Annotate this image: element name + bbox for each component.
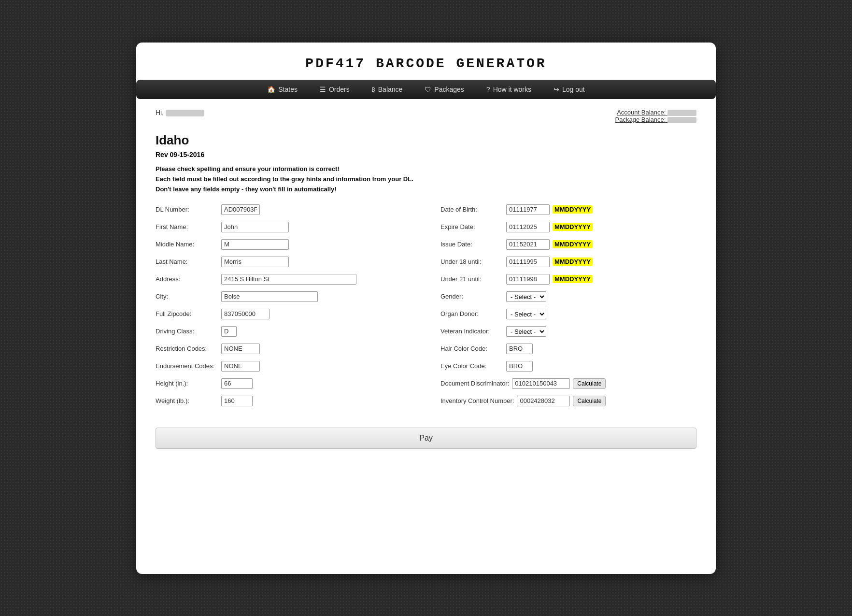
page-title: PDF417 BARCODE GENERATOR <box>136 43 716 80</box>
row-zipcode: Full Zipcode: <box>156 309 412 319</box>
nav-balance[interactable]: ₿ Balance <box>363 80 412 99</box>
row-restriction-codes: Restriction Codes: <box>156 344 412 354</box>
row-last-name: Last Name: <box>156 257 412 267</box>
header-row: Hi, Account Balance: Package Balance: <box>156 109 696 123</box>
nav-states[interactable]: 🏠 States <box>258 80 306 99</box>
input-hair-color[interactable] <box>506 344 533 354</box>
row-veteran: Veteran Indicator: - Select - Yes No <box>440 326 696 337</box>
nav-packages-label: Packages <box>434 86 464 93</box>
row-height: Height (in.): <box>156 378 412 389</box>
label-city: City: <box>156 293 218 300</box>
input-dl-number[interactable] <box>221 204 260 215</box>
nav-logout-label: Log out <box>562 86 585 93</box>
form-left: DL Number: First Name: Middle Name: Last… <box>156 204 412 413</box>
label-inventory-control: Inventory Control Number: <box>440 397 514 404</box>
home-icon: 🏠 <box>267 86 275 93</box>
label-expire-date: Expire Date: <box>440 223 503 230</box>
row-expire-date: Expire Date: MMDDYYYY <box>440 222 696 232</box>
nav-orders[interactable]: ☰ Orders <box>311 80 358 99</box>
format-expire: MMDDYYYY <box>553 223 593 231</box>
input-height[interactable] <box>221 378 253 389</box>
input-first-name[interactable] <box>221 222 289 232</box>
pay-btn-row: Pay <box>156 428 696 449</box>
package-balance-value <box>667 117 696 123</box>
account-balance-row: Account Balance: <box>615 109 696 116</box>
nav-packages[interactable]: 🛡 Packages <box>416 80 472 99</box>
row-under18: Under 18 until: MMDDYYYY <box>440 257 696 267</box>
label-dl-number: DL Number: <box>156 206 218 213</box>
input-city[interactable] <box>221 291 318 302</box>
row-endorsement-codes: Endorsement Codes: <box>156 361 412 372</box>
input-restriction-codes[interactable] <box>221 344 260 354</box>
label-address: Address: <box>156 275 218 283</box>
input-expire-date[interactable] <box>506 222 550 232</box>
label-issue-date: Issue Date: <box>440 241 503 248</box>
shield-icon: 🛡 <box>425 86 431 93</box>
input-endorsement-codes[interactable] <box>221 361 260 372</box>
input-under18[interactable] <box>506 257 550 267</box>
logout-icon: ↪ <box>554 86 559 93</box>
input-driving-class[interactable] <box>221 326 237 337</box>
pay-button[interactable]: Pay <box>156 428 696 449</box>
select-organ-donor[interactable]: - Select - Yes No <box>506 309 546 319</box>
label-gender: Gender: <box>440 293 503 300</box>
label-middle-name: Middle Name: <box>156 241 218 248</box>
nav-bar: 🏠 States ☰ Orders ₿ Balance 🛡 Packages ?… <box>136 80 716 99</box>
input-middle-name[interactable] <box>221 239 289 250</box>
question-icon: ? <box>486 86 490 93</box>
nav-balance-label: Balance <box>378 86 403 93</box>
nav-orders-label: Orders <box>329 86 350 93</box>
input-issue-date[interactable] <box>506 239 550 250</box>
row-hair-color: Hair Color Code: <box>440 344 696 354</box>
instruction-2: Each field must be filled out according … <box>156 175 696 183</box>
main-container: PDF417 BARCODE GENERATOR 🏠 States ☰ Orde… <box>136 43 716 574</box>
nav-logout[interactable]: ↪ Log out <box>545 80 594 99</box>
label-doc-discriminator: Document Discriminator: <box>440 380 509 387</box>
package-balance-label: Package Balance: <box>615 116 666 123</box>
instructions: Please check spelling and ensure your in… <box>156 165 696 193</box>
label-veteran: Veteran Indicator: <box>440 328 503 335</box>
row-weight: Weight (lb.): <box>156 396 412 406</box>
input-inventory-control[interactable] <box>517 396 570 406</box>
nav-how-it-works[interactable]: ? How it works <box>478 80 540 99</box>
input-zipcode[interactable] <box>221 309 270 319</box>
instruction-1: Please check spelling and ensure your in… <box>156 165 696 172</box>
calc-doc-discriminator-button[interactable]: Calculate <box>573 378 606 389</box>
rev-date: Rev 09-15-2016 <box>156 151 696 158</box>
row-driving-class: Driving Class: <box>156 326 412 337</box>
greeting: Hi, <box>156 109 204 116</box>
label-dob: Date of Birth: <box>440 206 503 213</box>
package-balance-row: Package Balance: <box>615 116 696 123</box>
form-section: DL Number: First Name: Middle Name: Last… <box>156 204 696 413</box>
instruction-3: Don't leave any fields empty - they won'… <box>156 186 696 193</box>
row-first-name: First Name: <box>156 222 412 232</box>
select-gender[interactable]: - Select - Male Female <box>506 291 546 302</box>
row-dl-number: DL Number: <box>156 204 412 215</box>
input-address[interactable] <box>221 274 356 285</box>
input-under21[interactable] <box>506 274 550 285</box>
input-dob[interactable] <box>506 204 550 215</box>
state-title: Idaho <box>156 133 696 148</box>
account-balance-link[interactable]: Account Balance: <box>617 109 667 116</box>
input-doc-discriminator[interactable] <box>512 378 570 389</box>
format-under18: MMDDYYYY <box>553 258 593 266</box>
label-eye-color: Eye Color Code: <box>440 362 503 370</box>
label-zipcode: Full Zipcode: <box>156 310 218 317</box>
row-gender: Gender: - Select - Male Female <box>440 291 696 302</box>
row-eye-color: Eye Color Code: <box>440 361 696 372</box>
calc-inventory-control-button[interactable]: Calculate <box>573 396 606 406</box>
row-city: City: <box>156 291 412 302</box>
label-restriction-codes: Restriction Codes: <box>156 345 218 352</box>
input-eye-color[interactable] <box>506 361 533 372</box>
account-info: Account Balance: Package Balance: <box>615 109 696 123</box>
label-under21: Under 21 until: <box>440 275 503 283</box>
form-right: Date of Birth: MMDDYYYY Expire Date: MMD… <box>440 204 696 413</box>
input-last-name[interactable] <box>221 257 289 267</box>
row-inventory-control: Inventory Control Number: Calculate <box>440 396 696 406</box>
label-organ-donor: Organ Donor: <box>440 310 503 317</box>
account-balance-value <box>667 110 696 116</box>
input-weight[interactable] <box>221 396 253 406</box>
package-balance-link[interactable]: Package Balance: <box>615 116 667 123</box>
label-driving-class: Driving Class: <box>156 328 218 335</box>
select-veteran[interactable]: - Select - Yes No <box>506 326 546 337</box>
